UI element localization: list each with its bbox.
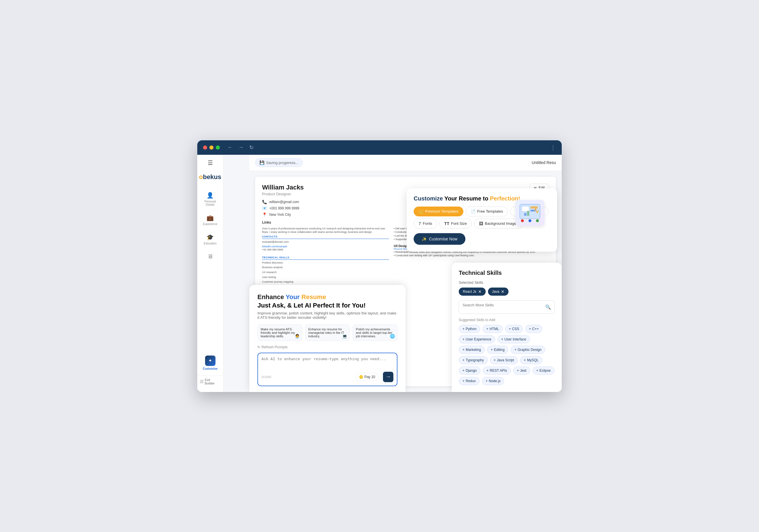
svg-rect-2: [531, 206, 538, 209]
skill-suggestion-item[interactable]: + Eclipse: [533, 367, 554, 375]
svg-rect-9: [527, 211, 529, 216]
skill-suggestion-item[interactable]: + MySQL: [520, 356, 542, 364]
sidebar-customise[interactable]: ✦ Customise: [200, 353, 220, 373]
add-icon: +: [462, 327, 464, 331]
sidebar-item-education[interactable]: 🎓 Education: [199, 231, 222, 248]
email-icon: 📞: [262, 200, 267, 204]
contacts-header: Contacts: [262, 235, 389, 239]
ai-send-button[interactable]: →: [383, 372, 393, 382]
personal-label: Personal Details: [202, 200, 219, 206]
add-icon: +: [462, 348, 464, 352]
ai-prompt-2-text: Enhance my resume for managerial roles i…: [308, 327, 344, 338]
tab-font-size[interactable]: TT Font Size: [439, 219, 472, 228]
skill-suggestion-label: Jest: [520, 369, 526, 373]
skill-suggestion-label: User Interface: [504, 337, 526, 341]
refresh-prompts-button[interactable]: ↻ Refresh Prompts: [258, 345, 397, 349]
skill-suggestion-item[interactable]: + Node.js: [482, 377, 504, 385]
skill-suggestion-item[interactable]: + Marketing: [459, 346, 485, 354]
svg-point-6: [536, 219, 539, 222]
ai-title-enhance: Enhance: [258, 293, 286, 301]
technical-skills-header: Technical Skills: [262, 256, 389, 260]
skill-suggestion-label: Editing: [494, 348, 505, 352]
skills-search-input[interactable]: [462, 303, 543, 307]
skill-java-label: Java: [492, 290, 499, 294]
contact-linkedin-resume[interactable]: linkedin.com/example: [262, 245, 287, 248]
bg-label: Background Images: [485, 221, 518, 225]
skill-suggestion-item[interactable]: + Django: [459, 367, 480, 375]
sidebar-item-experience[interactable]: 💼 Experience: [199, 212, 222, 228]
skill-tag-react[interactable]: React Js ✕: [459, 288, 486, 296]
ai-input-field[interactable]: [261, 357, 393, 368]
skill-tag-java[interactable]: Java ✕: [488, 288, 508, 296]
customize-now-button[interactable]: ✨ Customise Now: [414, 233, 465, 245]
fonts-label: Fonts: [423, 221, 432, 225]
app-content: ☰ obekus 👤 Personal Details 💼 Experience…: [197, 155, 562, 392]
ai-char-count: 0/1000: [261, 375, 271, 379]
tab-free-templates[interactable]: 📄 Free Templates: [466, 207, 508, 216]
ai-prompt-3[interactable]: Polish my achievements and skills to tar…: [353, 324, 397, 341]
browser-titlebar: ← → ↻ ⋮: [197, 140, 562, 155]
contact-email-resume: example@domain.com: [262, 240, 389, 244]
customize-panel: Customize Your Resume to Perfection!: [407, 188, 557, 252]
skill-suggestion-item[interactable]: + Jest: [513, 367, 530, 375]
skill-suggestion-item[interactable]: + Typography: [459, 356, 488, 364]
sidebar-item-personal[interactable]: 👤 Personal Details: [199, 189, 222, 209]
ai-title-line2: Just Ask, & Let AI Perfect It for You!: [258, 302, 397, 310]
skill-suggestion-item[interactable]: + Python: [459, 325, 480, 333]
ai-prompt-2[interactable]: Enhance my resume for managerial roles i…: [305, 324, 350, 341]
hamburger-icon[interactable]: ☰: [208, 159, 213, 166]
customize-btn-icon: ✨: [422, 237, 427, 241]
tab-fonts[interactable]: T Fonts: [414, 219, 437, 228]
tech-skill-item: Customer journey mapping: [262, 280, 389, 284]
skill-suggestion-item[interactable]: + HTML: [483, 325, 503, 333]
skill-suggestion-item[interactable]: + Editing: [487, 346, 508, 354]
skill-suggestion-item[interactable]: + User Experience: [459, 335, 495, 344]
add-icon: +: [529, 327, 531, 331]
premium-icon: 👑: [419, 209, 423, 214]
ux-bullet-item: • Conducted user testing with 10+ partic…: [394, 254, 549, 258]
skill-suggestion-label: Eclipse: [539, 369, 551, 373]
skill-suggestion-item[interactable]: + C++: [525, 325, 543, 333]
remove-java-icon[interactable]: ✕: [501, 289, 504, 294]
ai-prompt-1[interactable]: Make my resume ATS-friendly and highligh…: [258, 324, 302, 341]
skills-suggested-title: Suggested Skills to Add: [459, 318, 555, 322]
add-icon: +: [462, 379, 464, 383]
svg-rect-8: [524, 213, 526, 216]
saving-icon: 💾: [260, 160, 264, 165]
add-icon: +: [517, 369, 519, 373]
ai-title-resume: Resume: [301, 293, 326, 301]
exit-builder-button[interactable]: ⬜ Exit Builder: [197, 376, 223, 388]
skill-suggestion-item[interactable]: + CSS: [505, 325, 523, 333]
skill-suggestion-item[interactable]: + User Interface: [498, 335, 530, 344]
free-label: Free Templates: [477, 209, 503, 214]
skill-suggestion-item[interactable]: + REST APIs: [483, 367, 511, 375]
skill-suggestion-item[interactable]: + Graphic Design: [510, 346, 545, 354]
remove-react-icon[interactable]: ✕: [478, 289, 482, 294]
ai-subtitle: Improve grammar, polish content, highlig…: [258, 311, 397, 320]
ai-pay-button[interactable]: 🪙 Pay 10: [355, 373, 379, 381]
skill-suggestion-item[interactable]: + Redux: [459, 377, 480, 385]
add-icon: +: [524, 358, 526, 362]
add-icon: +: [462, 369, 464, 373]
svg-point-4: [521, 219, 524, 222]
skill-suggestion-label: Java Script: [497, 358, 514, 362]
add-icon: +: [509, 327, 511, 331]
premium-label: Premium Templates: [425, 209, 459, 214]
skill-suggestion-item[interactable]: + Java Script: [490, 356, 518, 364]
logo-area: obekus: [197, 171, 223, 183]
tab-premium-templates[interactable]: 👑 Premium Templates: [414, 207, 463, 216]
traffic-light-red[interactable]: [203, 145, 207, 149]
sidebar-item-skills[interactable]: 🖥: [199, 250, 222, 263]
experience-icon: 💼: [207, 214, 214, 221]
traffic-light-green[interactable]: [216, 145, 220, 149]
reload-button[interactable]: ↻: [248, 144, 256, 151]
traffic-light-yellow[interactable]: [210, 145, 214, 149]
back-button[interactable]: ←: [225, 144, 234, 151]
browser-nav: ← → ↻: [225, 144, 256, 151]
browser-menu-icon[interactable]: ⋮: [550, 144, 556, 151]
contact-phone-value: +001 999 999 9999: [269, 206, 300, 210]
add-icon: +: [486, 327, 488, 331]
svg-rect-1: [522, 206, 529, 212]
forward-button[interactable]: →: [237, 144, 245, 151]
contact-email-value: william@gmail.com: [269, 200, 299, 204]
